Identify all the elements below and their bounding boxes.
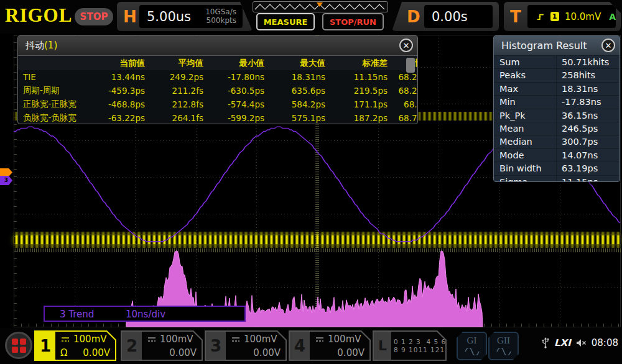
channel2-scale: 100mV bbox=[160, 334, 193, 345]
histogram-close-button[interactable]: ✕ bbox=[601, 39, 615, 52]
channel1-number: 1 bbox=[35, 332, 55, 360]
histogram-panel-titlebar[interactable]: Histogram Result ✕ bbox=[494, 36, 620, 56]
horizontal-settings-group[interactable]: H 5.00us 10GSa/s 500kpts bbox=[117, 2, 253, 31]
jitter-value-cell: 11.15ns bbox=[325, 72, 388, 82]
jitter-close-button[interactable]: ✕ bbox=[399, 39, 413, 52]
channel4-box[interactable]: 4 100mV 0.00V bbox=[289, 330, 371, 361]
jitter-value-cell: 635.6ps bbox=[264, 86, 325, 96]
usb-icon[interactable] bbox=[542, 337, 549, 349]
jitter-item-label: TIE bbox=[23, 72, 93, 82]
trigger-source-badge: 1 bbox=[550, 12, 559, 21]
jitter-value-cell: 211.2fs bbox=[145, 86, 203, 96]
jitter-value-cell: -630.5ps bbox=[203, 86, 264, 96]
histogram-result-row: Peaks258hits bbox=[494, 69, 620, 82]
jitter-value-cell: 68.79k bbox=[388, 113, 418, 123]
histogram-stat-label: Sum bbox=[494, 56, 556, 68]
channel2-box[interactable]: 2 100mV 0.00V bbox=[121, 330, 203, 361]
histogram-stat-value: 50.71khits bbox=[556, 56, 620, 68]
trigger-info-box[interactable]: 1 10.0mV A bbox=[527, 5, 616, 28]
histogram-result-row: Bin width63.19ps bbox=[494, 162, 620, 175]
jitter-value-cell: 68.25k bbox=[388, 72, 418, 82]
menu-button[interactable] bbox=[5, 332, 32, 359]
trigger-sweep-mode: A bbox=[609, 12, 616, 22]
trigger-settings-group[interactable]: T 1 10.0mV A bbox=[504, 2, 621, 31]
jitter-column-header: 最小值 bbox=[203, 58, 264, 69]
waveform-preview-strip[interactable] bbox=[253, 1, 388, 12]
histogram-stat-label: Mean bbox=[494, 122, 556, 135]
jitter-value-cell: 264.1fs bbox=[145, 113, 203, 123]
jitter-item-label: 周期-周期 bbox=[23, 85, 93, 96]
delay-settings-group[interactable]: D 0.00s bbox=[392, 2, 499, 31]
trigger-label: T bbox=[510, 7, 521, 26]
horizontal-label: H bbox=[123, 7, 137, 26]
jitter-table-body: TIE13.44ns249.2ps-17.80ns18.31ns11.15ns6… bbox=[18, 70, 417, 124]
trigger-edge-icon bbox=[536, 12, 545, 22]
histogram-stat-label: Max bbox=[494, 83, 556, 95]
trend-info-box: 3 Trend 10ns/div bbox=[44, 306, 246, 322]
channel1-scale: 100mV bbox=[73, 334, 107, 345]
acquisition-info: 10GSa/s 500kpts bbox=[205, 7, 236, 25]
jitter-value-cell: 171.1ps bbox=[325, 99, 388, 109]
jitter-item-label: 正脉宽-正脉宽 bbox=[23, 99, 93, 110]
logic-channels-box[interactable]: L 0 1 2 3 4 5 6 7 8 9 1011 12131415 bbox=[373, 330, 447, 361]
lxi-indicator[interactable]: LXI bbox=[554, 337, 571, 348]
generator2-button[interactable]: GII bbox=[488, 332, 519, 360]
delay-box[interactable]: 0.00s bbox=[424, 5, 493, 28]
jitter-table-header: 当前值平均值最小值最大值标准差计数 bbox=[18, 56, 417, 70]
jitter-table-row[interactable]: TIE13.44ns249.2ps-17.80ns18.31ns11.15ns6… bbox=[18, 70, 417, 84]
timebase-value: 5.00us bbox=[147, 9, 191, 24]
histogram-result-row: Sigma11.15ns bbox=[494, 176, 620, 182]
histogram-stat-value: 300.7ps bbox=[556, 135, 620, 148]
histogram-stat-value: -17.83ns bbox=[556, 96, 620, 108]
jitter-table-row[interactable]: 正脉宽-正脉宽-468.8ps212.8fs-574.4ps584.2ps171… bbox=[18, 98, 417, 111]
channel4-scale: 100mV bbox=[328, 334, 361, 345]
jitter-scrollbar-thumb[interactable] bbox=[406, 58, 415, 73]
histogram-stat-value: 63.19ps bbox=[556, 162, 620, 175]
histogram-result-row: Mean246.5ps bbox=[494, 122, 620, 135]
histogram-stat-label: Min bbox=[494, 96, 556, 108]
histogram-stat-value: 18.31ns bbox=[556, 83, 620, 95]
channel3-box[interactable]: 3 100mV 0.00V bbox=[205, 330, 287, 361]
jitter-value-cell: -468.8ps bbox=[93, 99, 145, 109]
top-bar: RIGOL STOP H 5.00us 10GSa/s 500kpts MEAS… bbox=[0, 0, 622, 34]
generator1-button[interactable]: GI bbox=[457, 332, 487, 360]
trigger-level-value: 10.0mV bbox=[565, 11, 601, 22]
oscilloscope-screen: RIGOL STOP H 5.00us 10GSa/s 500kpts MEAS… bbox=[0, 0, 622, 364]
trend-source-label: 3 Trend bbox=[60, 309, 94, 320]
sound-muted-icon[interactable] bbox=[576, 339, 587, 347]
histogram-rows: Sum50.71khitsPeaks258hitsMax18.31nsMin-1… bbox=[494, 56, 620, 182]
histogram-result-row: Sum50.71khits bbox=[494, 56, 620, 69]
channel3-number: 3 bbox=[206, 332, 226, 360]
jitter-window-title: 抖动 bbox=[26, 40, 44, 51]
jitter-measure-window: 抖动(1) ✕ 当前值平均值最小值最大值标准差计数 TIE13.44ns249.… bbox=[17, 35, 418, 124]
histogram-stat-label: Mode bbox=[494, 149, 556, 162]
trend-scale-label: 10ns/div bbox=[126, 309, 165, 320]
generator2-label: GII bbox=[490, 335, 518, 346]
jitter-column-header: 最大值 bbox=[264, 58, 325, 69]
dc-coupling-icon bbox=[60, 336, 70, 342]
jitter-value-cell: 18.31ns bbox=[264, 72, 325, 82]
channel3-offset: 0.00V bbox=[253, 347, 281, 358]
logic-label: L bbox=[374, 332, 391, 360]
jitter-window-titlebar[interactable]: 抖动(1) ✕ bbox=[18, 36, 417, 56]
dc-coupling-icon bbox=[231, 336, 241, 342]
stop-run-button[interactable]: STOP/RUN bbox=[322, 13, 384, 30]
channel1-box[interactable]: 1 100mV Ω 0.00V bbox=[34, 330, 116, 361]
jitter-table-row[interactable]: 负脉宽-负脉宽-63.22ps264.1fs-599.2ps575.1ps187… bbox=[18, 111, 417, 124]
jitter-table-row[interactable]: 周期-周期-459.3ps211.2fs-630.5ps635.6ps219.5… bbox=[18, 84, 417, 98]
dc-coupling-icon bbox=[315, 336, 325, 342]
timebase-box[interactable]: 5.00us 10GSa/s 500kpts bbox=[139, 5, 243, 28]
channel1-impedance: Ω bbox=[60, 347, 67, 358]
trigger-position-icon bbox=[317, 2, 323, 7]
histogram-stat-value: 14.07ns bbox=[556, 149, 620, 162]
measure-button[interactable]: MEASURE bbox=[256, 13, 315, 30]
histogram-result-row: Max18.31ns bbox=[494, 83, 620, 96]
status-icon-group: LXI 08:08 bbox=[542, 337, 618, 349]
channel3-scale: 100mV bbox=[244, 334, 277, 345]
histogram-stat-value: 11.15ns bbox=[556, 176, 620, 182]
jitter-value-cell: -459.3ps bbox=[93, 86, 145, 96]
jitter-column-header: 当前值 bbox=[93, 58, 145, 69]
jitter-value-cell: -599.2ps bbox=[203, 113, 264, 123]
run-state-badge: STOP bbox=[75, 8, 113, 25]
histogram-stat-value: 36.15ns bbox=[556, 109, 620, 122]
